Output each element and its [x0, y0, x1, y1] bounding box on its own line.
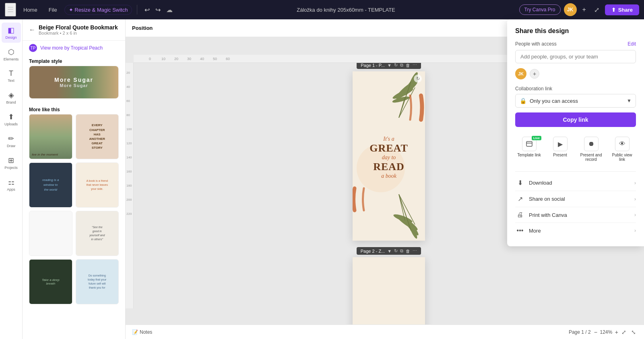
quote-line-2: GREAT: [357, 142, 420, 154]
undo-button[interactable]: ↩: [142, 4, 152, 15]
share-label: Share: [618, 7, 633, 13]
panel-title: Beige Floral Quote Bookmark: [39, 24, 118, 31]
projects-label: Projects: [4, 166, 18, 170]
template-thumb-6[interactable]: "See thegood inyourself andin others": [76, 211, 119, 256]
apps-icon: ⚏: [8, 178, 14, 187]
redo-button[interactable]: ↪: [153, 4, 163, 15]
refresh-icon[interactable]: ↻: [414, 75, 422, 83]
page-1-refresh-btn[interactable]: ↻: [394, 62, 398, 68]
plus-button[interactable]: +: [580, 4, 588, 15]
quote-line-5: a book: [357, 173, 420, 179]
template-thumb-5[interactable]: [29, 211, 72, 256]
template-thumb-2[interactable]: EVERYCHAPTERHASANOTHERGREATSTORY: [76, 114, 119, 159]
home-button[interactable]: Home: [19, 5, 41, 15]
bookmark-quote: It's a GREAT day to READ a book: [353, 136, 425, 179]
notes-button[interactable]: 📝 Notes: [132, 329, 152, 335]
print-label: Print with Canva: [529, 212, 630, 218]
design-icon: ◧: [8, 26, 14, 35]
apps-label: Apps: [7, 187, 15, 191]
page-2-copy-btn[interactable]: ⧉: [400, 248, 403, 254]
present-option[interactable]: ▶ Present: [546, 133, 574, 165]
zoom-controls: − 124% + ⤢ ⤡: [594, 328, 638, 336]
public-view-icon: 👁: [615, 137, 630, 151]
page-1-label-bar: Page 1 - P... ▼ ↻ ⧉ 🗑 ⋯: [357, 61, 421, 69]
page-1-expand-btn[interactable]: ▼: [387, 63, 392, 68]
bookmark-page-2[interactable]: [353, 257, 425, 324]
collaboration-section: Collaboration link 🔒 Only you can access…: [515, 86, 636, 108]
share-social-icon: ↗: [515, 195, 525, 203]
present-record-label: Present and record: [579, 153, 603, 162]
zoom-in-button[interactable]: +: [615, 329, 618, 335]
zoom-out-button[interactable]: −: [594, 329, 597, 335]
leaves-bottom-svg: [379, 190, 425, 241]
sidebar-item-apps[interactable]: ⚏ Apps: [2, 175, 21, 195]
document-title: Záložka do knihy 205x60mm - TEMPLATE: [176, 7, 516, 13]
sidebar-item-draw[interactable]: ✏ Draw: [2, 131, 21, 151]
present-label: Present: [553, 153, 567, 157]
draw-label: Draw: [7, 144, 15, 148]
quote-line-3: day to: [357, 154, 420, 161]
download-icon: ⬇: [515, 179, 525, 187]
sidebar-item-brand[interactable]: ◈ Brand: [2, 87, 21, 108]
sidebar-item-uploads[interactable]: ⬆ Uploads: [2, 109, 21, 129]
template-thumb-8[interactable]: Do somethingtoday that yourfuture self w…: [76, 259, 119, 304]
page-1-trash-btn[interactable]: 🗑: [406, 63, 410, 68]
template-link-option[interactable]: Live Template link: [515, 133, 543, 165]
print-row[interactable]: 🖨 Print with Canva ›: [515, 207, 636, 223]
template-panel: ← Beige Floral Quote Bookmark Bookmark •…: [23, 19, 126, 339]
arc-left-svg: [353, 186, 375, 212]
bottom-bar: 📝 Notes Page 1 / 2 − 124% + ⤢ ⤡: [126, 324, 644, 339]
template-thumb-1[interactable]: live in the moment: [29, 114, 72, 159]
page-2-more-btn[interactable]: ⋯: [413, 248, 417, 254]
template-thumb-4[interactable]: A book is a friendthat never leavesyour …: [76, 162, 119, 208]
share-social-row[interactable]: ↗ Share on social ›: [515, 191, 636, 207]
file-button[interactable]: File: [45, 5, 61, 15]
sidebar-item-design[interactable]: ◧ Design: [2, 23, 21, 43]
template-style-sub: More Sugar: [54, 83, 93, 88]
quote-line-1: It's a: [357, 136, 420, 142]
share-panel: Share this design People with access Edi…: [507, 19, 644, 246]
page-2-expand-btn[interactable]: ▼: [387, 249, 392, 254]
page-1-copy-btn[interactable]: ⧉: [400, 62, 403, 68]
expand-button[interactable]: ⤢: [592, 4, 602, 15]
share-button[interactable]: ⬆ Share: [605, 4, 639, 15]
magic-switch-button[interactable]: ✦ Resize & Magic Switch: [64, 5, 132, 15]
print-icon: 🖨: [515, 211, 525, 218]
sidebar-icons: ◧ Design ⬡ Elements T Text ◈ Brand ⬆ Upl…: [0, 19, 23, 339]
template-style-item[interactable]: More Sugar More Sugar: [29, 66, 119, 99]
user-avatar[interactable]: JK: [564, 3, 577, 16]
panel-subtitle: Bookmark • 2 x 6 in: [39, 31, 118, 35]
page-2-trash-btn[interactable]: 🗑: [406, 249, 410, 254]
menu-icon[interactable]: ☰: [5, 3, 16, 17]
bookmark-page-1[interactable]: It's a GREAT day to READ a book: [353, 71, 425, 241]
template-thumb-3[interactable]: reading is awindow tothe world: [29, 162, 72, 208]
user-row: JK +: [515, 68, 636, 79]
sidebar-item-text[interactable]: T Text: [2, 66, 21, 86]
sidebar-item-elements[interactable]: ⬡ Elements: [2, 44, 21, 64]
copy-link-button[interactable]: Copy link: [515, 112, 636, 127]
draw-icon: ✏: [8, 134, 14, 143]
design-label: Design: [5, 35, 17, 40]
template-author[interactable]: TP View more by Tropical Peach: [23, 41, 125, 55]
template-thumb-7[interactable]: Take a deepbreath: [29, 259, 72, 304]
add-person-button[interactable]: +: [530, 69, 539, 79]
arc-right-svg: [399, 94, 425, 122]
more-row[interactable]: ••• More ›: [515, 223, 636, 238]
edit-link[interactable]: Edit: [627, 41, 636, 47]
topbar-right: Try Canva Pro JK + ⤢ ⬆ Share: [519, 3, 639, 16]
more-chevron-icon: ›: [634, 228, 636, 233]
fullscreen-button[interactable]: ⤡: [630, 328, 638, 336]
public-view-option[interactable]: 👁 Public view link: [608, 133, 636, 165]
present-record-option[interactable]: ⏺ Present and record: [577, 133, 605, 165]
cloud-icon: ☁: [166, 6, 173, 14]
download-row[interactable]: ⬇ Download ›: [515, 175, 636, 191]
public-view-label: Public view link: [610, 153, 634, 162]
back-button[interactable]: ←: [29, 26, 35, 33]
page-2-refresh-btn[interactable]: ↻: [394, 248, 398, 254]
try-pro-button[interactable]: Try Canva Pro: [519, 4, 561, 15]
people-input[interactable]: [515, 50, 636, 63]
sidebar-item-projects[interactable]: ⊞ Projects: [2, 153, 21, 173]
collab-select[interactable]: 🔒 Only you can access ▼: [515, 94, 636, 108]
page-1-more-btn[interactable]: ⋯: [413, 62, 417, 68]
fit-button[interactable]: ⤢: [620, 328, 628, 336]
